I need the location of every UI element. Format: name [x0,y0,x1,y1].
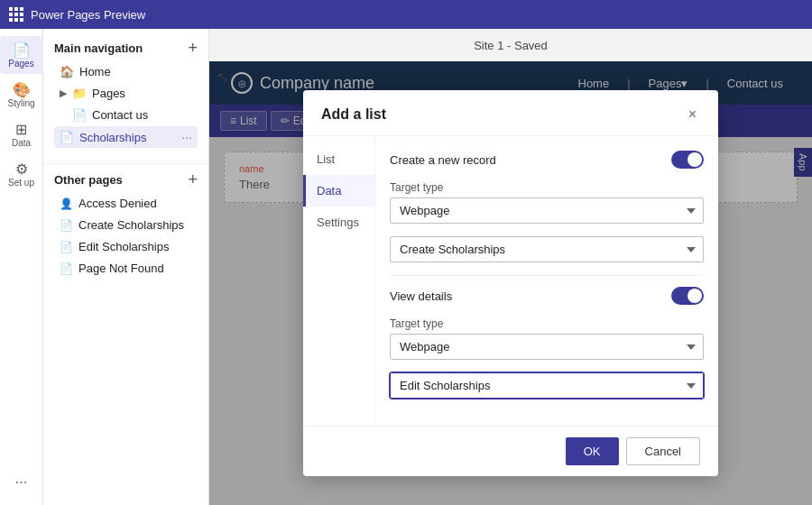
view-details-toggle[interactable] [671,287,704,305]
pages-icon: 📄 [13,41,31,59]
nav-item-home-label: Home [79,65,111,78]
other-item-create-label: Create Scholarships [78,218,184,232]
setup-icon: ⚙ [15,161,28,178]
pages-label: Pages [8,59,33,69]
main-content: Site 1 - Saved ↖ ◎ Company name Home [209,29,812,505]
nav-item-more-icon[interactable]: ··· [181,130,192,144]
dialog-header: Add a list × [303,90,718,136]
page-icon: 📄 [72,108,87,122]
other-pages-section: Other pages + 👤 Access Denied 📄 Create S… [43,163,208,290]
target-type-1-select[interactable]: Webpage URL [390,197,704,224]
create-scholarships-select[interactable]: Create Scholarships Home Edit Scholarshi… [390,236,704,262]
other-pages-title: Other pages [54,173,123,187]
scholarships-page-icon: 📄 [60,131,74,144]
page-edit-icon: 📄 [60,241,73,253]
folder-icon: 📁 [72,87,87,100]
preview-container: ↖ ◎ Company name Home | Pages▾ | Con [209,61,812,505]
saved-status-text: Site 1 - Saved [474,39,548,52]
sidebar-item-setup[interactable]: ⚙ Set up [0,155,43,193]
nav-item-contact[interactable]: 📄 Contact us [54,105,198,125]
nav-item-pages-label: Pages [92,87,125,100]
sidebar-icons: 📄 Pages 🎨 Styling ⊞ Data ⚙ Set up ··· [0,29,43,505]
create-scholarships-row: Create Scholarships Home Edit Scholarshi… [390,236,704,262]
more-options-button[interactable]: ··· [8,467,34,498]
other-item-access-denied-label: Access Denied [78,197,157,210]
other-item-edit-label: Edit Scholarships [78,240,169,253]
home-icon: 🏠 [60,65,74,78]
target-type-2-label: Target type [390,317,704,330]
nav-item-scholarships[interactable]: 📄 Scholarships ··· [54,126,198,148]
other-item-notfound-label: Page Not Found [78,262,164,275]
edit-scholarships-select[interactable]: Edit Scholarships Home Create Scholarshi… [390,372,704,399]
dialog-overlay: Add a list × List Data Settings [209,61,812,505]
add-list-dialog: Add a list × List Data Settings [303,90,718,476]
nav-item-pages[interactable]: ▶ 📁 Pages [54,83,198,104]
app-title: Power Pages Preview [31,8,145,22]
nav-item-scholarships-label: Scholarships [79,131,146,144]
main-nav-header: Main navigation + [54,40,198,56]
dialog-body: List Data Settings Create a new record [303,136,718,426]
dialog-content: Create a new record Target type Webpage … [375,136,718,426]
view-details-row: View details [390,287,704,305]
target-type-2-row: Target type Webpage URL [390,317,704,360]
setup-label: Set up [8,178,34,188]
nav-item-home[interactable]: 🏠 Home [54,61,198,82]
chevron-right-icon: ▶ [60,87,67,99]
other-item-page-not-found[interactable]: 📄 Page Not Found [54,258,198,279]
ok-button[interactable]: OK [566,437,619,465]
create-new-record-label: Create a new record [390,153,496,167]
styling-label: Styling [7,98,34,108]
target-type-1-label: Target type [390,181,704,194]
sidebar-item-pages[interactable]: 📄 Pages [0,36,43,74]
nav-item-contact-label: Contact us [92,108,148,122]
edit-scholarships-row: Edit Scholarships Home Create Scholarshi… [390,372,704,399]
other-item-access-denied[interactable]: 👤 Access Denied [54,193,198,214]
target-type-1-row: Target type Webpage URL [390,181,704,224]
tab-list[interactable]: List [303,143,374,175]
main-nav-title: Main navigation [54,41,143,55]
add-nav-item-button[interactable]: + [188,40,198,56]
data-label: Data [12,138,31,148]
other-item-create-scholarships[interactable]: 📄 Create Scholarships [54,215,198,235]
cancel-button[interactable]: Cancel [626,437,700,465]
create-new-record-row: Create a new record [390,151,704,169]
saved-status-bar: Site 1 - Saved [209,29,812,61]
dialog-title: Add a list [321,106,386,123]
canvas-area: ↖ ◎ Company name Home | Pages▾ | Con [209,61,812,505]
create-new-record-toggle[interactable] [671,151,704,169]
page-notfound-icon: 📄 [60,262,73,275]
sidebar-nav: Main navigation + 🏠 Home ▶ 📁 Pages 📄 Con… [43,29,209,505]
sidebar-item-styling[interactable]: 🎨 Styling [0,76,43,114]
view-details-label: View details [390,289,452,303]
target-type-2-select[interactable]: Webpage URL [390,334,704,360]
add-other-page-button[interactable]: + [188,171,198,188]
dialog-tabs: List Data Settings [303,136,375,426]
other-item-edit-scholarships[interactable]: 📄 Edit Scholarships [54,236,198,257]
dialog-close-button[interactable]: × [685,105,700,124]
data-icon: ⊞ [15,121,27,138]
user-page-icon: 👤 [60,197,73,210]
dialog-footer: OK Cancel [303,426,718,476]
page-create-icon: 📄 [60,219,73,232]
styling-icon: 🎨 [13,81,31,98]
sidebar-item-data[interactable]: ⊞ Data [0,115,43,153]
apps-icon[interactable] [9,7,23,22]
tab-settings[interactable]: Settings [303,207,374,238]
top-bar: Power Pages Preview [0,0,812,29]
section-divider [390,275,704,276]
tab-data[interactable]: Data [303,175,374,207]
